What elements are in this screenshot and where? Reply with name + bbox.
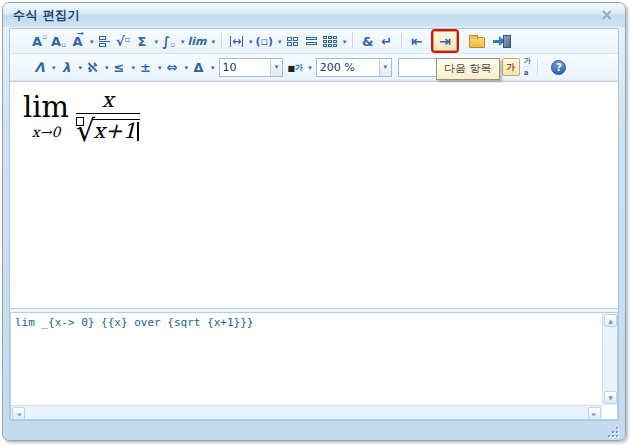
window-title: 수식 편집기: [13, 7, 80, 24]
delta-symbol-button[interactable]: Δ: [190, 57, 207, 77]
matrix-2x2-icon: [287, 37, 298, 46]
font-attr-icon: ■가: [288, 62, 304, 73]
toolbar-separator: [221, 33, 222, 49]
operator-symbol-dropdown[interactable]: ▾: [158, 64, 162, 72]
arrow-symbol-dropdown[interactable]: ▾: [185, 64, 189, 72]
help-icon: ?: [556, 62, 562, 73]
horizontal-scrollbar[interactable]: ◄ ►: [11, 405, 602, 419]
delta-symbol-dropdown[interactable]: ▾: [211, 64, 215, 72]
brackets-icon: (▫): [256, 35, 274, 48]
equation-canvas[interactable]: lim x→0 x √ x+1: [10, 81, 618, 309]
limit-expression: lim x→0: [23, 93, 69, 141]
fraction-button[interactable]: [96, 31, 113, 51]
folder-icon: [469, 37, 485, 48]
tooltip: 다음 항목: [436, 58, 500, 80]
superscript-button[interactable]: A▫: [31, 31, 48, 51]
sum-button[interactable]: Σ: [134, 31, 151, 51]
brackets-dropdown[interactable]: ▾: [278, 38, 282, 46]
align-mark-button[interactable]: &: [359, 31, 376, 51]
next-item-icon: ⇥: [439, 33, 451, 49]
exit-button[interactable]: [492, 31, 512, 51]
close-icon[interactable]: ×: [598, 8, 615, 22]
rendered-equation: lim x→0 x √ x+1: [10, 82, 618, 143]
relation-symbol-dropdown[interactable]: ▾: [132, 64, 136, 72]
superscript-icon: A: [32, 34, 42, 49]
misc-symbol-button[interactable]: ℵ: [84, 57, 101, 77]
lowercase-greek-icon: λ: [62, 60, 70, 75]
script-input-panel[interactable]: lim _{x-> 0} {{x} over {sqrt {x+1}}} ▲ ▼…: [10, 312, 618, 420]
spacing-dropdown[interactable]: ▾: [249, 38, 253, 46]
zoom-combobox[interactable]: ▾: [316, 58, 392, 77]
script-window-button[interactable]: 가 ··· a: [524, 58, 533, 76]
help-button[interactable]: ?: [551, 60, 566, 75]
uppercase-greek-button[interactable]: Λ: [31, 57, 48, 77]
operator-symbol-button[interactable]: ±: [137, 57, 154, 77]
next-item-button[interactable]: ⇥: [433, 31, 457, 51]
misc-symbol-icon: ℵ: [87, 60, 97, 75]
limit-dropdown[interactable]: ▾: [212, 38, 216, 46]
script-toggle-button[interactable]: 가: [502, 58, 520, 76]
font-attr-button[interactable]: ■가: [287, 57, 305, 77]
root-button[interactable]: √▫: [115, 31, 132, 51]
zoom-input[interactable]: [317, 59, 379, 76]
stack-rows-button[interactable]: [303, 31, 320, 51]
integral-button[interactable]: ∫▫: [160, 31, 177, 51]
root-icon: √: [116, 34, 125, 49]
font-size-dropdown[interactable]: ▾: [270, 59, 281, 76]
matrix-3x3-button[interactable]: [322, 31, 339, 51]
subscript-button[interactable]: A▫: [50, 31, 67, 51]
limit-button[interactable]: lim: [187, 31, 208, 51]
sum-icon: Σ: [138, 34, 147, 49]
uppercase-greek-dropdown[interactable]: ▾: [52, 64, 56, 72]
operator-symbol-icon: ±: [140, 60, 151, 75]
scroll-up-button[interactable]: ▲: [604, 314, 617, 327]
equation-editor-window: 수식 편집기 × A▫ A▫ A→ ▾ √▫ Σ ▾: [2, 2, 626, 441]
title-bar: 수식 편집기 ×: [3, 3, 625, 27]
fraction-icon: [99, 36, 110, 47]
lim-text: lim: [23, 90, 69, 124]
previous-item-button[interactable]: ⇤: [408, 31, 425, 51]
integral-dropdown[interactable]: ▾: [181, 38, 185, 46]
fraction-expression: x √ x+1: [76, 90, 139, 143]
brackets-button[interactable]: (▫): [255, 31, 275, 51]
lim-approach-text: x→0: [32, 124, 61, 140]
spacing-icon: ↔: [230, 36, 243, 47]
integral-icon: ∫: [162, 34, 170, 49]
symbols-toolbar: Λ ▾ λ ▾ ℵ ▾ ≤ ▾ ± ▾ ⇔ ▾ Δ: [10, 54, 618, 81]
accent-dropdown[interactable]: ▾: [90, 38, 94, 46]
scroll-left-button[interactable]: ◄: [12, 407, 25, 420]
delta-symbol-icon: Δ: [194, 60, 204, 75]
scroll-right-button[interactable]: ►: [588, 407, 601, 420]
zoom-dropdown[interactable]: ▾: [379, 59, 391, 76]
toolbar-separator: [537, 59, 538, 75]
toolbar-separator: [401, 33, 402, 49]
lowercase-greek-dropdown[interactable]: ▾: [79, 64, 83, 72]
script-toggle-icon: 가: [506, 61, 515, 74]
vertical-scrollbar[interactable]: ▲ ▼: [602, 313, 617, 405]
status-bar: [3, 425, 625, 440]
limit-icon: lim: [188, 35, 207, 48]
misc-symbol-dropdown[interactable]: ▾: [105, 64, 109, 72]
font-attr-dropdown[interactable]: ▾: [308, 64, 312, 72]
resize-grip[interactable]: [606, 426, 618, 437]
spacing-button[interactable]: ↔: [228, 31, 245, 51]
font-size-combobox[interactable]: ▾: [219, 58, 283, 77]
font-size-input[interactable]: [220, 59, 271, 76]
arrow-symbol-button[interactable]: ⇔: [164, 57, 181, 77]
subscript-icon: A: [51, 34, 61, 49]
relation-symbol-button[interactable]: ≤: [111, 57, 128, 77]
content-frame: A▫ A▫ A→ ▾ √▫ Σ ▾ ∫▫ ▾ lim: [9, 28, 619, 421]
radicand-text: x+1: [93, 119, 136, 143]
matrix-3x3-icon: [323, 36, 337, 47]
accent-button[interactable]: A→: [69, 31, 86, 51]
scroll-down-button[interactable]: ▼: [604, 391, 617, 404]
newline-button[interactable]: ↵: [378, 31, 395, 51]
script-text[interactable]: lim _{x-> 0} {{x} over {sqrt {x+1}}}: [15, 316, 599, 329]
open-button[interactable]: [468, 31, 486, 51]
sum-dropdown[interactable]: ▾: [155, 38, 159, 46]
matrix-2x2-button[interactable]: [284, 31, 301, 51]
matrix-dropdown[interactable]: ▾: [343, 38, 347, 46]
fraction-denominator: √ x+1: [76, 115, 139, 143]
fraction-numerator: x: [102, 90, 114, 111]
lowercase-greek-button[interactable]: λ: [58, 57, 75, 77]
